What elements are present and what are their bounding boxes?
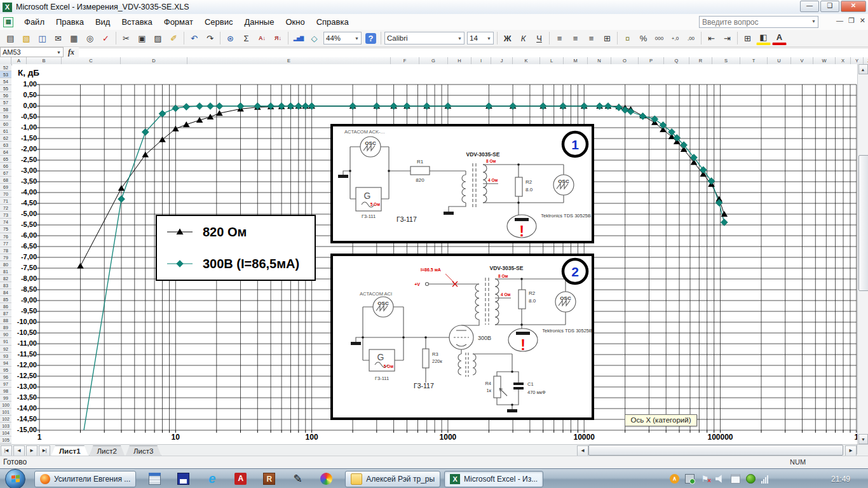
row-header-67[interactable]: 67	[0, 170, 11, 177]
hyperlink-icon[interactable]: ⊛	[223, 31, 238, 46]
undo-icon[interactable]: ↶	[187, 31, 201, 46]
tab-prev-icon[interactable]: ◀	[13, 445, 25, 456]
increase-decimal-icon[interactable]: +,0	[668, 31, 682, 46]
scroll-up-icon[interactable]: ▲	[858, 64, 868, 74]
row-header-75[interactable]: 75	[0, 226, 11, 233]
save-icon[interactable]: ◫	[35, 31, 50, 46]
row-header-104[interactable]: 104	[0, 430, 11, 437]
question-input[interactable]	[699, 16, 818, 28]
column-header-E[interactable]: E	[187, 57, 391, 64]
column-header-U[interactable]: U	[768, 57, 791, 64]
task-button-2[interactable]: Алексей Рэй тр_ры	[345, 471, 440, 487]
spelling-icon[interactable]: ✓	[98, 31, 113, 46]
row-header-76[interactable]: 76	[0, 233, 11, 240]
column-header-T[interactable]: T	[740, 57, 768, 64]
row-header-99[interactable]: 99	[0, 395, 11, 402]
column-header-C[interactable]: C	[62, 57, 121, 64]
horizontal-scroll-thumb[interactable]	[588, 445, 843, 456]
print-preview-icon[interactable]: ◎	[83, 31, 97, 46]
select-all-corner[interactable]	[0, 57, 11, 64]
tab-next-icon[interactable]: ▶	[26, 445, 37, 456]
row-header-91[interactable]: 91	[0, 338, 11, 345]
task-button-3[interactable]: XMicrosoft Excel - Из...	[444, 471, 543, 487]
insert-function-button[interactable]: fx	[64, 48, 79, 57]
row-header-60[interactable]: 60	[0, 121, 11, 128]
paint-app-icon[interactable]	[320, 473, 332, 485]
row-header-86[interactable]: 86	[0, 303, 11, 310]
align-right-icon[interactable]: ≡	[584, 31, 599, 46]
hscroll-right-icon[interactable]: ▶	[845, 445, 857, 456]
row-header-77[interactable]: 77	[0, 240, 11, 247]
percent-icon[interactable]: %	[636, 31, 651, 46]
row-header-105[interactable]: 105	[0, 437, 11, 444]
tab-last-icon[interactable]: ▶|	[39, 445, 50, 456]
column-header-P[interactable]: P	[639, 57, 664, 64]
column-header-V[interactable]: V	[791, 57, 813, 64]
decrease-indent-icon[interactable]: ⇤	[704, 31, 719, 46]
row-header-88[interactable]: 88	[0, 317, 11, 324]
row-header-57[interactable]: 57	[0, 99, 11, 106]
autosum-icon[interactable]: Σ	[239, 31, 254, 46]
row-header-79[interactable]: 79	[0, 254, 11, 261]
print-icon[interactable]: ▦	[67, 31, 81, 46]
decrease-decimal-icon[interactable]: ,00	[684, 31, 698, 46]
tab-first-icon[interactable]: |◀	[1, 445, 12, 456]
row-header-61[interactable]: 61	[0, 128, 11, 135]
row-header-70[interactable]: 70	[0, 191, 11, 198]
menu-item-3[interactable]: Вид	[90, 15, 116, 29]
formula-input[interactable]	[79, 48, 868, 57]
font-size-combo[interactable]: 14▼	[467, 32, 494, 44]
row-header-53[interactable]: 53	[0, 71, 11, 78]
workbook-restore-button[interactable]: ❐	[848, 17, 855, 25]
column-header-X[interactable]: X	[836, 57, 851, 64]
drawing-icon[interactable]: ◇	[307, 31, 322, 46]
calculator-icon[interactable]	[149, 473, 161, 485]
currency-icon[interactable]: ¤	[620, 31, 635, 46]
tab-split-handle[interactable]	[857, 445, 868, 454]
font-color-icon[interactable]: А	[772, 31, 787, 45]
chart-wizard-icon[interactable]: ▂▅▇	[291, 31, 306, 46]
internet-explorer-icon[interactable]: e	[206, 473, 218, 485]
column-header-D[interactable]: D	[121, 57, 187, 64]
row-header-97[interactable]: 97	[0, 381, 11, 388]
row-header-73[interactable]: 73	[0, 212, 11, 219]
new-icon[interactable]: ▤	[3, 31, 18, 46]
row-header-102[interactable]: 102	[0, 416, 11, 423]
font-combo[interactable]: Calibri▼	[384, 32, 465, 44]
row-header-80[interactable]: 80	[0, 261, 11, 268]
row-header-58[interactable]: 58	[0, 106, 11, 113]
action-flag-icon[interactable]: ⚑	[700, 474, 710, 484]
column-header-Y[interactable]: Y	[851, 57, 864, 64]
paste-icon[interactable]: ▨	[151, 31, 165, 46]
name-box-dropdown-icon[interactable]: ▼	[57, 50, 61, 55]
help-icon[interactable]: ?	[365, 33, 376, 44]
row-header-72[interactable]: 72	[0, 205, 11, 212]
zoom-combo[interactable]: 44%▼	[323, 32, 362, 44]
network-icon[interactable]	[761, 474, 771, 484]
close-button[interactable]: ✕	[841, 1, 866, 12]
column-header-B[interactable]: B	[27, 57, 62, 64]
row-header-87[interactable]: 87	[0, 310, 11, 317]
row-header-74[interactable]: 74	[0, 219, 11, 226]
task-button-1[interactable]: Усилители Евгения ...	[34, 471, 136, 487]
column-header-J[interactable]: J	[491, 57, 513, 64]
row-header-94[interactable]: 94	[0, 360, 11, 367]
start-button[interactable]	[5, 469, 25, 488]
align-left-icon[interactable]: ≡	[552, 31, 567, 46]
menu-item-8[interactable]: Окно	[280, 15, 310, 29]
row-header-62[interactable]: 62	[0, 135, 11, 142]
question-dropdown-icon[interactable]: ▼	[811, 19, 816, 24]
row-header-65[interactable]: 65	[0, 156, 11, 163]
menu-item-1[interactable]: Файл	[18, 15, 50, 29]
menu-item-6[interactable]: Сервис	[199, 15, 239, 29]
scroll-down-icon[interactable]: ▼	[858, 434, 868, 444]
vertical-scroll-thumb[interactable]	[858, 155, 868, 291]
menu-item-4[interactable]: Вставка	[116, 15, 158, 29]
legend-item-1[interactable]: 820 Ом	[157, 216, 315, 248]
vertical-scrollbar[interactable]: ▲ ▼	[857, 64, 868, 444]
hscroll-left-icon[interactable]: ◀	[577, 445, 588, 456]
row-header-54[interactable]: 54	[0, 78, 11, 85]
legend-item-2[interactable]: 300В (I=86,5мА)	[157, 248, 315, 280]
row-header-56[interactable]: 56	[0, 92, 11, 99]
row-header-89[interactable]: 89	[0, 324, 11, 331]
